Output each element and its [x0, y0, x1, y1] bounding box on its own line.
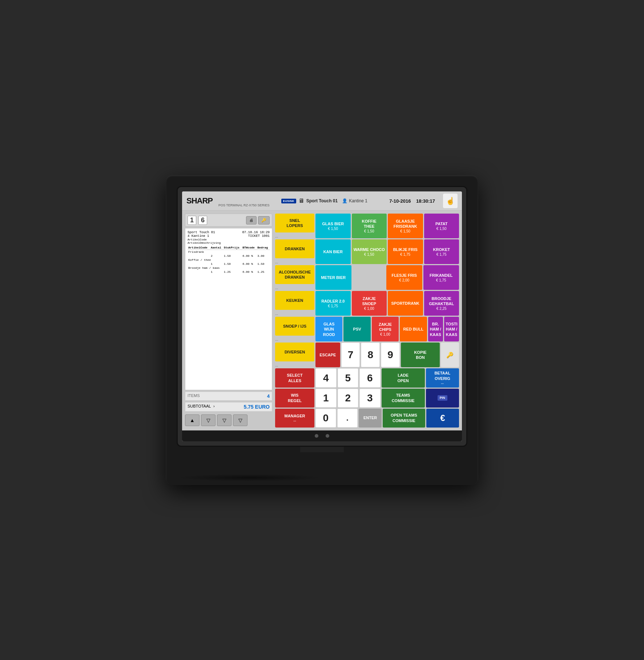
- qty-display-1: 1: [188, 216, 196, 225]
- receipt-header: Sport Touch 01 07.10.16 18:29 4 Kantine …: [188, 231, 270, 244]
- glas-bier-button[interactable]: GLAS BIER€ 1,50: [315, 214, 351, 238]
- row2-total: 1.50: [257, 262, 270, 266]
- nav-buttons: ▲ ▽ ▽ ▽: [185, 413, 272, 428]
- zakje-snoep-button[interactable]: ZAKJESNOEP€ 1,00: [352, 291, 387, 316]
- key-placeholder: 🔑: [441, 343, 459, 367]
- section-frisdrank: Frisdrank: [188, 250, 270, 254]
- nav-down3-button[interactable]: ▽: [233, 414, 247, 426]
- blikje-fris-button[interactable]: BLIKJE FRIS€ 1,75: [388, 239, 423, 264]
- monitor-bezel: SHARP POS TERMINAL RZ-X750 SERIES EIJSIN…: [177, 186, 467, 446]
- row-1: SNELLOPERS ... GLAS BIER€ 1,50 KOFFIETHE…: [275, 214, 459, 238]
- dots-4: ...: [275, 311, 278, 316]
- wis-regel-button[interactable]: WISREGEL: [275, 389, 314, 408]
- radler-button[interactable]: RADLER 2.0€ 1,75: [315, 291, 351, 316]
- row-4: KEUKEN ... RADLER 2.0€ 1,75 ZAKJESNOEP€ …: [275, 291, 459, 316]
- nav-up-button[interactable]: ▲: [185, 414, 200, 426]
- table-row: 2 1.50 6.00 % 3.00: [188, 254, 270, 258]
- br-ham-kaas-button[interactable]: BR.HAM /KAAS: [428, 317, 443, 341]
- diversen-button[interactable]: DIVERSEN: [275, 343, 314, 361]
- escape-button[interactable]: ESCAPE: [315, 343, 340, 367]
- num-0-button[interactable]: 0: [315, 409, 336, 428]
- indicator-2: [326, 434, 329, 438]
- indicator-1: [315, 434, 318, 438]
- kroket-button[interactable]: KROKET€ 1,75: [424, 239, 459, 264]
- row1-qty: 2: [210, 254, 223, 258]
- euro-button[interactable]: €: [426, 409, 459, 428]
- snoep-ijs-button[interactable]: SNOEP / IJS: [275, 317, 314, 336]
- receipt-table: ArtikelCode Aantal StukPrijs BTWcode Bed…: [188, 246, 270, 274]
- pin-button[interactable]: PIN: [426, 389, 459, 408]
- num-3-button[interactable]: 3: [359, 389, 381, 408]
- num-6-button[interactable]: 6: [359, 368, 381, 387]
- subtotal-value: 5.75 EURO: [243, 404, 270, 410]
- col-artikelcode: ArtikelCode: [188, 246, 210, 250]
- items-row: ITEMS 4: [185, 392, 272, 401]
- betaal-overig-button[interactable]: BETAALOVERIG...: [426, 368, 459, 387]
- warme-choco-button[interactable]: WARME CHOCO€ 1,50: [352, 239, 387, 264]
- left-panel: 1 6 🖨 🔑 Sport Touch 01 07.10.16 18:29: [185, 214, 272, 427]
- glas-wijn-rood-button[interactable]: GLASWIJNROOD: [315, 317, 342, 341]
- koffie-thee-button[interactable]: KOFFIETHEE€ 1,50: [352, 214, 387, 238]
- receipt-col-header: ArtikelCode: [188, 238, 270, 241]
- num-7-button[interactable]: 7: [341, 343, 360, 367]
- receipt-location: 4 Kantine 1: [188, 234, 209, 238]
- nav-down1-button[interactable]: ▽: [201, 414, 216, 426]
- section-broodje: Broodje ham / kaas: [188, 266, 270, 270]
- lade-open-button[interactable]: LADEOPEN: [382, 368, 425, 387]
- psv-button[interactable]: PSV: [343, 317, 370, 341]
- kan-bier-button[interactable]: KAN BIER: [315, 239, 351, 264]
- qty-display-2: 6: [198, 216, 207, 225]
- row3-artikelcode: [188, 270, 210, 274]
- kopie-bon-button[interactable]: KOPIEBON: [401, 343, 440, 367]
- terminal-icon: 🖥: [298, 198, 304, 204]
- time-display: 18:30:17: [416, 198, 435, 204]
- numpad-row-1: DIVERSEN ... ESCAPE 7 8 9 KOPIEBON 🔑: [275, 343, 459, 367]
- broodje-gehaktbal-button[interactable]: BROODJEGEHAKTBAL€ 2,25: [424, 291, 459, 316]
- arrow-right: ›: [213, 404, 215, 408]
- dot-button[interactable]: .: [337, 409, 358, 428]
- bottom-indicators: [182, 430, 462, 441]
- items-label: ITEMS: [188, 393, 200, 399]
- row1-total: 3.00: [257, 254, 270, 258]
- row3-btw: 6.00 %: [242, 270, 257, 274]
- num-2-button[interactable]: 2: [338, 389, 359, 408]
- num-9-button[interactable]: 9: [381, 343, 400, 367]
- num-4-button[interactable]: 4: [315, 368, 337, 387]
- num-8-button[interactable]: 8: [361, 343, 380, 367]
- key-button[interactable]: 🔑: [258, 216, 270, 224]
- teams-commissie-button[interactable]: TEAMSCOMMISSIE: [382, 389, 425, 408]
- meter-bier-button[interactable]: METER BIER: [315, 265, 351, 290]
- keuken-button[interactable]: KEUKEN: [275, 291, 314, 310]
- dranken-button[interactable]: DRANKEN: [275, 239, 314, 258]
- num-1-button[interactable]: 1: [315, 389, 337, 408]
- zakje-chips-button[interactable]: ZAKJECHIPS€ 1,00: [372, 317, 399, 341]
- receipt-date: 07.10.16 18:29: [242, 231, 270, 234]
- open-teams-commissie-button[interactable]: OPEN TEAMSCOMMISSIE: [383, 409, 425, 428]
- user-name: Kantine 1: [349, 198, 367, 203]
- glaasje-frisdrank-button[interactable]: GLAASJEFRISDRANK€ 1,50: [388, 214, 423, 238]
- row3-qty: 1: [210, 270, 223, 274]
- base-shadow: [177, 474, 322, 481]
- nav-down2-button[interactable]: ▽: [217, 414, 232, 426]
- enter-button[interactable]: ENTER: [359, 409, 382, 428]
- frikandel-button[interactable]: FRIKANDEL€ 1,75: [423, 265, 459, 290]
- manager-button[interactable]: MANAGER...: [275, 409, 314, 428]
- row3-total: 1.25: [257, 270, 270, 274]
- subtotal-row: SUBTOTAAL › 5.75 EURO: [185, 402, 272, 412]
- sportdrank-button[interactable]: SPORTDRANK: [388, 291, 423, 316]
- snel-lopers-button[interactable]: SNELLOPERS: [275, 214, 314, 232]
- flesje-fris-button[interactable]: FLESJE FRIS€ 2,00: [386, 265, 422, 290]
- items-value: 4: [267, 393, 270, 399]
- monitor-base: [177, 452, 467, 470]
- num-5-button[interactable]: 5: [338, 368, 359, 387]
- alcoholische-dranken-button[interactable]: ALCOHOLISCHEDRANKEN: [275, 265, 314, 284]
- monitor: SHARP POS TERMINAL RZ-X750 SERIES EIJSIN…: [166, 175, 478, 485]
- header-bar: SHARP POS TERMINAL RZ-X750 SERIES EIJSIN…: [182, 191, 462, 211]
- patat-button[interactable]: PATAT€ 1,50: [424, 214, 459, 238]
- print-button[interactable]: 🖨: [246, 216, 257, 224]
- red-bull-button[interactable]: RED BULL: [400, 317, 427, 341]
- eijsink-badge: EIJSINK: [281, 199, 296, 203]
- select-alles-button[interactable]: SELECTALLES: [275, 368, 314, 387]
- tosti-ham-kaas-button[interactable]: TOSTIHAM /KAAS: [444, 317, 459, 341]
- row2-qty: 1: [210, 262, 223, 266]
